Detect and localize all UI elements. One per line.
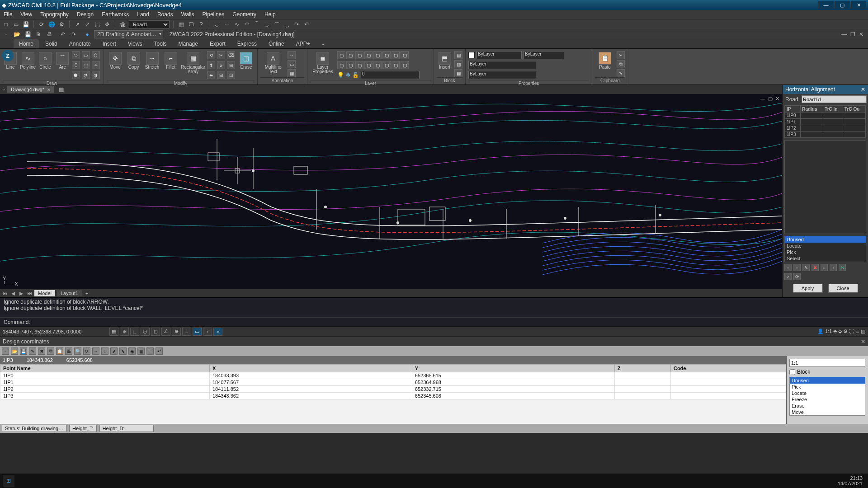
road-selector[interactable]: Road1 bbox=[129, 20, 170, 28]
current-layer-selector[interactable]: 💡❄🔓 0 bbox=[337, 71, 420, 79]
arrow-icon[interactable]: ↗ bbox=[73, 20, 81, 28]
menu-topography[interactable]: Topography bbox=[40, 11, 69, 18]
dc-col-name[interactable]: Point Name bbox=[0, 365, 210, 372]
menu-walls[interactable]: Walls bbox=[181, 11, 194, 18]
menu-roads[interactable]: Roads bbox=[157, 11, 173, 18]
qdoc-new-icon[interactable]: ▫ bbox=[2, 30, 10, 38]
tool-polyline[interactable]: ∿Polyline bbox=[20, 51, 36, 70]
doc-tab-drawing4[interactable]: Drawing4.dwg*✕ bbox=[7, 86, 54, 93]
layout-first-icon[interactable]: ⏮ bbox=[2, 291, 8, 296]
help-icon[interactable]: ? bbox=[197, 20, 205, 28]
window-close-button[interactable]: ✕ bbox=[851, 1, 866, 9]
tab-insert[interactable]: Insert bbox=[97, 39, 122, 48]
undo-icon[interactable]: ↶ bbox=[59, 30, 67, 38]
doc-tab-grid-icon[interactable]: ▦ bbox=[57, 85, 65, 94]
command-line[interactable]: Command: bbox=[0, 317, 868, 326]
menu-earthworks[interactable]: Earthworks bbox=[102, 11, 129, 18]
status-right-icons[interactable]: 👤1:1 ⬘⬙ ⚙⛶ ≣▥ bbox=[817, 328, 865, 334]
zoom-win-icon[interactable]: ⬚ bbox=[93, 20, 101, 28]
workspace-selector[interactable]: 2D Drafting & Annotati… bbox=[94, 30, 163, 38]
dc-close-icon[interactable]: ✕ bbox=[861, 338, 865, 345]
dc-table-area[interactable]: 1IP3184343.362652345.608 Point Name X Y … bbox=[0, 356, 787, 424]
dc-scale-input[interactable] bbox=[789, 359, 865, 367]
tool-mtext[interactable]: AMultiline Text bbox=[260, 51, 286, 75]
clip-flyouts[interactable]: ✂⧉✎ bbox=[617, 51, 625, 77]
curve10-icon[interactable]: ↶ bbox=[302, 20, 311, 28]
drawing-canvas[interactable]: — ▢ ✕ bbox=[0, 94, 782, 289]
tool-block-insert[interactable]: ⬒Insert bbox=[437, 51, 453, 70]
window-max-button[interactable]: ▢ bbox=[835, 1, 850, 9]
tool-erase[interactable]: ◫Erase bbox=[238, 51, 255, 70]
sp-apply-button[interactable]: Apply bbox=[793, 284, 823, 293]
drafting-toggles[interactable]: ▦⊞∟ ◶◻∠ ⊕≡ ▭▫ ⟐ bbox=[109, 328, 222, 336]
tab-express[interactable]: Express bbox=[232, 39, 262, 48]
road-icon[interactable]: 🛣 bbox=[119, 20, 127, 28]
dc-block-checkbox[interactable] bbox=[789, 369, 795, 375]
dc-toolbar[interactable]: ▫📂💾 ✎✖⧉ 📋🖶 🔍⟳↔ ↕⬈⬊ ◉▦⬚ ↶ bbox=[0, 346, 868, 356]
layout-prev-icon[interactable]: ◀ bbox=[10, 291, 16, 296]
curve3-icon[interactable]: ∿ bbox=[233, 20, 241, 28]
menu-design[interactable]: Design bbox=[77, 11, 94, 18]
modify-flyouts[interactable]: ⟲✂⌫ ⬍⌀⊞ ⬌⊟⊡ bbox=[207, 51, 236, 80]
tab-app[interactable]: APP+ bbox=[291, 39, 316, 48]
app-menu-button[interactable]: Z bbox=[2, 50, 14, 61]
draw-flyouts[interactable]: ⬭▭⬡ ⬯⬚✧ ⬢◔◑ bbox=[72, 51, 101, 80]
tool-layer-properties[interactable]: ≣Layer Properties bbox=[310, 51, 335, 75]
curve4-icon[interactable]: ◠ bbox=[243, 20, 251, 28]
globe-icon[interactable]: 🌐 bbox=[47, 20, 56, 28]
refresh-icon[interactable]: ⟳ bbox=[38, 20, 46, 28]
sp-close-icon[interactable]: ✕ bbox=[861, 86, 865, 93]
tool-arc[interactable]: ⌒Arc bbox=[55, 51, 70, 70]
save-icon[interactable]: 💾 bbox=[22, 20, 30, 28]
layout-add-icon[interactable]: + bbox=[84, 291, 90, 296]
gear-icon[interactable]: ⚙ bbox=[57, 20, 66, 28]
tool-paste[interactable]: 📋Paste bbox=[595, 51, 615, 70]
menu-file[interactable]: File bbox=[4, 11, 12, 18]
curve7-icon[interactable]: ⏜ bbox=[273, 20, 281, 28]
dc-col-y[interactable]: Y bbox=[412, 365, 614, 372]
tab-tools[interactable]: Tools bbox=[149, 39, 172, 48]
curve8-icon[interactable]: ⏝ bbox=[283, 20, 291, 28]
block-flyouts[interactable]: ▤▥▦ bbox=[454, 51, 462, 77]
curve1-icon[interactable]: ◡ bbox=[213, 20, 221, 28]
window-min-button[interactable]: — bbox=[818, 1, 834, 9]
sp-close-button[interactable]: Close bbox=[828, 284, 858, 293]
dc-col-z[interactable]: Z bbox=[614, 365, 670, 372]
menu-help[interactable]: Help bbox=[264, 11, 276, 18]
tool-copy[interactable]: ⧉Copy bbox=[125, 51, 142, 70]
curve6-icon[interactable]: ◡ bbox=[263, 20, 271, 28]
curve2-icon[interactable]: ⌣ bbox=[223, 20, 231, 28]
qdoc-save-icon[interactable]: 💾 bbox=[24, 30, 32, 38]
lineweight-selector[interactable]: ByLayer bbox=[468, 71, 536, 79]
screen-icon[interactable]: 🖵 bbox=[187, 20, 195, 28]
plot-style-selector[interactable]: ByLayer bbox=[524, 51, 564, 59]
tool-circle[interactable]: ○Circle bbox=[38, 51, 53, 70]
tool-array[interactable]: ▦Rectangular Array bbox=[181, 51, 205, 75]
dc-col-code[interactable]: Code bbox=[670, 365, 786, 372]
tab-home[interactable]: Home bbox=[14, 39, 39, 48]
mdi-close-button[interactable]: ✕ bbox=[859, 31, 863, 38]
ribbon-collapse-icon[interactable]: ▪ bbox=[319, 40, 327, 48]
menu-geometry[interactable]: Geometry bbox=[232, 11, 256, 18]
layout-tab-model[interactable]: Model bbox=[34, 290, 55, 296]
sp-toolbar[interactable]: ▫▫✎ ✖↔ ↕S bbox=[783, 263, 868, 272]
tab-online[interactable]: Online bbox=[263, 39, 290, 48]
tool-move[interactable]: ✥Move bbox=[107, 51, 123, 70]
mdi-min-button[interactable]: — bbox=[841, 31, 847, 38]
color-selector[interactable]: ByLayer bbox=[476, 51, 522, 59]
zoom-ext-icon[interactable]: ⤢ bbox=[83, 20, 91, 28]
tab-views[interactable]: Views bbox=[123, 39, 148, 48]
open-icon[interactable]: ▭ bbox=[12, 20, 20, 28]
tool-fillet[interactable]: ⌐Fillet bbox=[162, 51, 179, 70]
sp-toolbar-2[interactable]: ⤢⟳ bbox=[783, 272, 868, 281]
tab-manage[interactable]: Manage bbox=[173, 39, 203, 48]
mdi-restore-button[interactable]: ❐ bbox=[850, 31, 855, 38]
tab-annotate[interactable]: Annotate bbox=[64, 39, 96, 48]
dc-col-x[interactable]: X bbox=[209, 365, 412, 372]
qdoc-save-all-icon[interactable]: 🗎 bbox=[34, 30, 42, 38]
dc-opts-list[interactable]: Unused Pick Locate Freeze Erase Move bbox=[789, 377, 865, 416]
tool-stretch[interactable]: ↔Stretch bbox=[144, 51, 160, 70]
table-icon[interactable]: ▦ bbox=[177, 20, 185, 28]
curve9-icon[interactable]: ↷ bbox=[292, 20, 301, 28]
linetype-selector[interactable]: ByLayer bbox=[468, 61, 536, 69]
